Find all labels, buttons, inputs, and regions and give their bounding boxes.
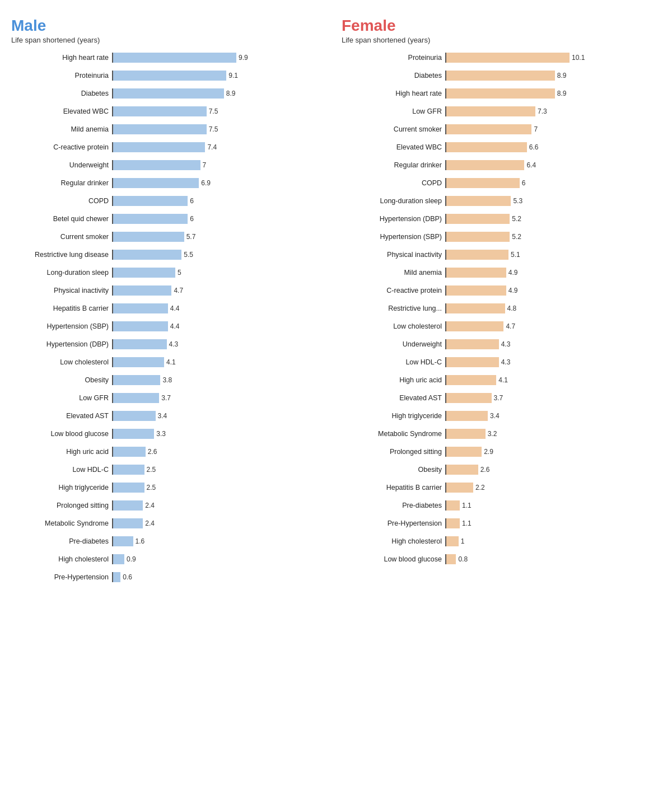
bar-value: 4.3	[501, 358, 511, 366]
bar-area: 3.4	[445, 411, 661, 421]
axis-line	[445, 285, 446, 296]
bar-label: Elevated AST	[342, 394, 445, 402]
bar	[446, 124, 531, 134]
bar-area: 1	[445, 536, 661, 546]
bar	[446, 303, 505, 313]
axis-line	[445, 71, 446, 81]
table-row: Prolonged sitting2.9	[342, 444, 661, 460]
table-row: Hepatitis B carrier4.4	[11, 301, 330, 316]
bar-area: 3.2	[445, 429, 661, 439]
female-header: Female Life span shortened (years)	[342, 17, 661, 44]
female-bars-container: Proteinuria10.1Diabetes8.9High heart rat…	[342, 50, 661, 567]
table-row: Restrictive lung disease5.5	[11, 247, 330, 263]
bar	[113, 124, 207, 134]
bar-label: Obesity	[342, 466, 445, 474]
bar-value: 5.1	[511, 251, 520, 259]
bar	[113, 232, 184, 242]
bar-value: 8.9	[557, 72, 567, 79]
bar-value: 1.6	[136, 537, 145, 545]
bar-label: Regular drinker	[11, 179, 112, 187]
table-row: Restrictive lung...4.8	[342, 301, 661, 316]
bar-label: Hepatitis B carrier	[11, 305, 112, 312]
bar	[113, 518, 143, 528]
bar	[446, 178, 520, 188]
bar-area: 4.8	[445, 303, 661, 313]
bar-area: 2.5	[112, 465, 330, 475]
bar	[113, 285, 171, 296]
table-row: Hypertension (DBP)4.3	[11, 336, 330, 352]
bar-area: 8.9	[112, 88, 330, 99]
bar	[446, 411, 488, 421]
bar-area: 2.5	[112, 483, 330, 493]
bar-label: Prolonged sitting	[342, 448, 445, 456]
bar-area: 2.2	[445, 483, 661, 493]
bar	[113, 483, 144, 493]
male-bars-container: High heart rate9.9Proteinuria9.1Diabetes…	[11, 50, 330, 585]
bar-label: Restrictive lung...	[342, 305, 445, 312]
axis-line	[445, 53, 446, 63]
bar	[446, 483, 473, 493]
axis-line	[112, 178, 113, 188]
bar	[113, 71, 226, 81]
bar-label: Elevated AST	[11, 412, 112, 420]
axis-line	[445, 124, 446, 134]
axis-line	[445, 268, 446, 278]
axis-line	[112, 124, 113, 134]
table-row: Mild anemia7.5	[11, 121, 330, 137]
axis-line	[445, 411, 446, 421]
bar-label: Diabetes	[11, 90, 112, 97]
bar	[446, 106, 535, 116]
bar	[113, 536, 133, 546]
axis-line	[445, 393, 446, 403]
axis-line	[445, 483, 446, 493]
axis-line	[445, 160, 446, 170]
bar-label: Low blood glucose	[11, 430, 112, 438]
bar-label: Low HDL-C	[11, 466, 112, 474]
bar-area: 4.3	[112, 339, 330, 349]
bar-value: 6.9	[201, 179, 211, 187]
bar-label: Long-duration sleep	[11, 269, 112, 277]
bar	[113, 447, 146, 457]
bar-area: 5.3	[445, 196, 661, 206]
axis-line	[112, 196, 113, 206]
bar-area: 5.2	[445, 214, 661, 224]
bar-value: 5.3	[513, 197, 522, 205]
bar	[113, 465, 144, 475]
bar-label: C-reactive protein	[342, 287, 445, 294]
axis-line	[445, 554, 446, 564]
bar-label: High heart rate	[342, 90, 445, 97]
bar	[113, 357, 164, 367]
bar-label: Pre-diabetes	[342, 502, 445, 509]
axis-line	[112, 536, 113, 546]
bar-value: 1	[461, 537, 465, 545]
bar-area: 7.3	[445, 106, 661, 116]
bar	[113, 339, 167, 349]
table-row: Elevated WBC7.5	[11, 104, 330, 119]
bar-label: High cholesterol	[11, 555, 112, 563]
bar-area: 4.3	[445, 339, 661, 349]
bar	[113, 250, 181, 260]
bar-value: 4.4	[170, 305, 180, 312]
bar-area: 0.8	[445, 554, 661, 564]
female-title: Female	[342, 17, 661, 35]
bar	[446, 429, 486, 439]
table-row: High heart rate8.9	[342, 86, 661, 101]
axis-line	[112, 71, 113, 81]
bar-value: 3.7	[161, 394, 171, 402]
bar-value: 0.8	[458, 555, 468, 563]
bar-area: 6.4	[445, 160, 661, 170]
bar-value: 3.2	[488, 430, 497, 438]
axis-line	[445, 250, 446, 260]
bar-value: 4.4	[170, 322, 180, 330]
axis-line	[445, 375, 446, 385]
axis-line	[112, 554, 113, 564]
bar-value: 5.2	[512, 233, 521, 241]
bar-area: 3.4	[112, 411, 330, 421]
table-row: High uric acid2.6	[11, 444, 330, 460]
axis-line	[112, 339, 113, 349]
bar-area: 1.1	[445, 500, 661, 511]
axis-line	[112, 321, 113, 331]
table-row: High cholesterol0.9	[11, 551, 330, 567]
table-row: High triglyceride2.5	[11, 480, 330, 495]
bar	[113, 554, 124, 564]
